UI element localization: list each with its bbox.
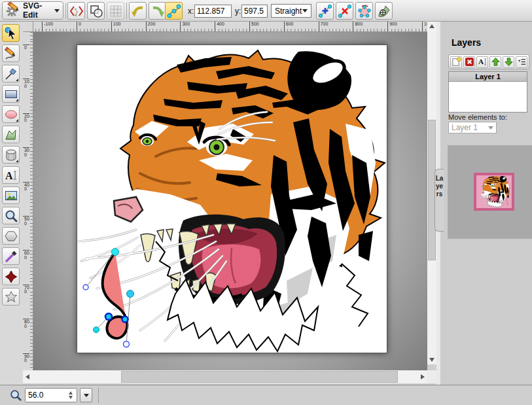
zoom-stepper[interactable] — [65, 389, 76, 401]
ruler-corner — [23, 22, 33, 32]
scroll-right-button[interactable] — [418, 370, 427, 383]
ruler-label: 500 — [23, 216, 29, 226]
control-point-handle[interactable] — [124, 342, 130, 347]
shape-library-icon — [4, 270, 18, 284]
delete-node-button[interactable] — [336, 2, 353, 20]
convert-to-path-button[interactable] — [375, 2, 393, 20]
ruler-label: 300 — [180, 22, 190, 32]
layer-thumbnail[interactable] — [474, 173, 514, 211]
line-tool-icon — [4, 67, 18, 81]
left-arrow-icon — [26, 374, 29, 379]
ruler-label: 800 — [353, 22, 363, 32]
delete-layer-icon — [465, 57, 474, 67]
zoom-level-input[interactable] — [26, 389, 65, 402]
path-edit-overlay — [77, 45, 388, 354]
move-elements-value: Layer 1 — [452, 123, 478, 132]
line-tool-button[interactable] — [2, 65, 20, 82]
x-coordinate-label: x: — [188, 7, 194, 16]
rectangle-tool-button[interactable] — [2, 85, 20, 103]
star-tool-button[interactable] — [2, 288, 20, 306]
tools-panel: A — [0, 22, 23, 385]
open-close-path-button[interactable] — [355, 2, 373, 20]
dropdown-arrow-icon — [84, 394, 89, 397]
edit-node-tool-button[interactable] — [165, 2, 183, 20]
cylinder-icon — [4, 148, 18, 162]
polygon-tool-button[interactable] — [2, 227, 20, 245]
path-tool-button[interactable] — [2, 126, 20, 143]
scroll-up-button[interactable] — [427, 22, 436, 31]
control-point-handle[interactable] — [83, 285, 88, 290]
redo-button[interactable] — [149, 2, 166, 20]
svg-edit-logo-icon — [6, 2, 20, 19]
layers-side-tab[interactable]: Layers — [434, 169, 444, 232]
y-coordinate-input[interactable] — [241, 5, 268, 18]
ruler-label: 1000 — [422, 22, 427, 32]
layers-panel: Layers Layers A — [436, 22, 532, 385]
vertical-ruler: 0 100 200 300 400 500 600 700 800 900 — [23, 32, 33, 370]
main-menu-button[interactable]: SVG-Edit — [2, 1, 63, 20]
grid-button[interactable] — [107, 2, 124, 20]
statusbar-separator — [98, 387, 99, 403]
horizontal-scrollbar[interactable] — [23, 370, 427, 383]
main-toolbar: SVG-Edit s v g — [0, 0, 532, 22]
rectangle-tool-icon — [4, 87, 18, 101]
layer-buttons-toolbar: A — [448, 54, 529, 69]
select-tool-button[interactable] — [2, 24, 20, 42]
pencil-tool-button[interactable] — [2, 44, 20, 62]
zoom-preset-dropdown-button[interactable] — [80, 388, 92, 402]
segment-type-select[interactable]: Straight — [271, 4, 311, 18]
layer-row-selected[interactable]: Layer 1 — [449, 72, 527, 82]
move-layer-up-button[interactable] — [489, 56, 501, 68]
path-node[interactable] — [127, 291, 134, 298]
layer-list-menu-button[interactable] — [516, 56, 527, 68]
text-tool-button[interactable]: A — [2, 166, 20, 184]
up-arrow-icon — [429, 24, 434, 28]
zoom-tool-button[interactable] — [2, 207, 20, 224]
source-code-button[interactable]: s v g — [67, 2, 85, 20]
shape-cylinder-tool-button[interactable] — [2, 146, 20, 164]
path-node-selected[interactable] — [105, 313, 112, 320]
workspace: -100 0 100 200 300 400 500 600 700 800 9… — [23, 22, 436, 385]
ruler-label: 400 — [215, 22, 224, 32]
control-point-handle[interactable] — [94, 327, 99, 333]
status-bar — [0, 385, 532, 405]
ruler-label: 700 — [319, 22, 328, 32]
new-layer-button[interactable] — [450, 56, 462, 68]
scroll-left-button[interactable] — [23, 370, 32, 383]
edit-node-icon — [167, 4, 181, 18]
path-node-selected[interactable] — [122, 317, 128, 323]
eyedropper-tool-button[interactable] — [2, 247, 20, 265]
rename-layer-button[interactable]: A — [476, 56, 488, 68]
delete-layer-button[interactable] — [463, 56, 475, 68]
zoom-magnifier-icon — [9, 389, 22, 404]
ruler-label: 0 — [23, 44, 29, 50]
polygon-tool-icon — [4, 229, 18, 243]
svg-text:A: A — [478, 58, 484, 65]
delete-node-icon — [338, 4, 352, 18]
scroll-down-button[interactable] — [427, 355, 436, 364]
ruler-label: 500 — [249, 22, 259, 32]
edited-path[interactable] — [103, 252, 128, 338]
wireframe-icon — [89, 4, 103, 18]
stepper-down-icon — [69, 396, 73, 399]
ruler-label: -100 — [42, 22, 53, 32]
move-layer-down-button[interactable] — [503, 56, 514, 68]
x-coordinate-input[interactable] — [194, 5, 232, 18]
drawing-canvas[interactable] — [77, 44, 387, 353]
horizontal-scroll-thumb[interactable] — [121, 371, 398, 383]
scrollbar-corner — [427, 370, 436, 383]
add-node-button[interactable] — [316, 2, 334, 20]
undo-button[interactable] — [129, 2, 147, 20]
move-elements-select[interactable]: Layer 1 — [448, 122, 497, 133]
svg-edit-app: SVG-Edit s v g — [0, 0, 532, 405]
ellipse-tool-button[interactable] — [2, 105, 20, 123]
selected-layer-preview — [448, 145, 532, 239]
ellipse-tool-icon — [4, 107, 18, 122]
image-tool-button[interactable] — [2, 186, 20, 204]
path-node[interactable] — [112, 249, 119, 256]
wireframe-button[interactable] — [87, 2, 105, 20]
shape-library-button[interactable] — [2, 268, 20, 285]
ruler-label: 200 — [146, 22, 156, 32]
ruler-label: 200 — [23, 113, 29, 123]
select-arrow-icon — [488, 126, 493, 130]
